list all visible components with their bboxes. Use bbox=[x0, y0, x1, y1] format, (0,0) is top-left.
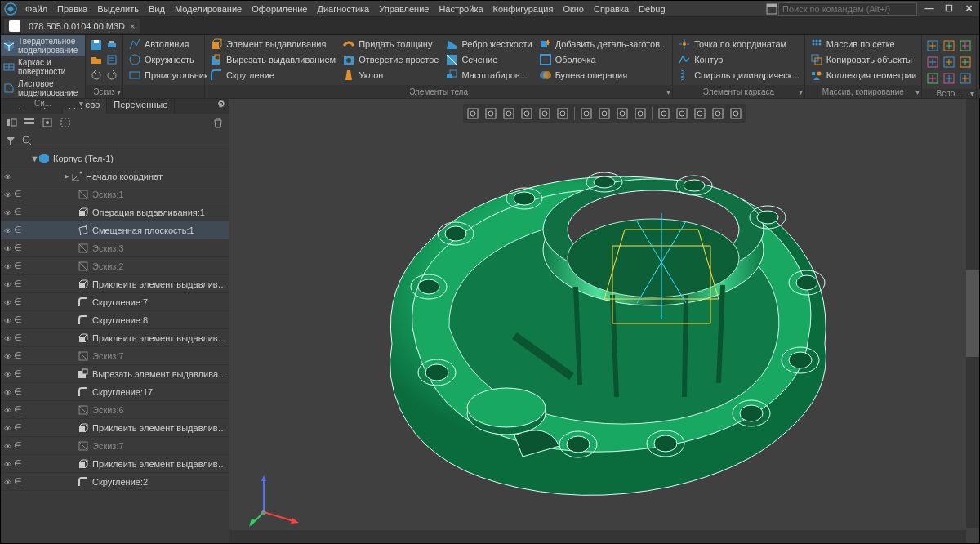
vt-shade-icon[interactable] bbox=[656, 105, 672, 122]
menu-help[interactable]: Справка bbox=[589, 2, 634, 16]
menu-select[interactable]: Выделить bbox=[92, 2, 144, 16]
search-icon[interactable] bbox=[20, 134, 33, 147]
vt-plane-icon[interactable] bbox=[555, 105, 571, 122]
tree-item[interactable]: Скругление:2 bbox=[1, 473, 229, 491]
aux4-icon[interactable] bbox=[925, 55, 940, 69]
tool-thicken[interactable]: Придать толщину bbox=[339, 37, 442, 51]
tool-add-part[interactable]: Добавить деталь-заготов... bbox=[536, 37, 671, 51]
menu-view[interactable]: Вид bbox=[144, 2, 170, 16]
tool-extrude[interactable]: Элемент выдавливания bbox=[207, 37, 339, 51]
panel-settings-icon[interactable]: ⚙ bbox=[214, 99, 229, 114]
tree-mode4-icon[interactable] bbox=[58, 115, 73, 130]
tool-draft[interactable]: Уклон bbox=[339, 68, 442, 82]
tool-autoline[interactable]: Автолиния bbox=[125, 37, 212, 51]
vt-snap-icon[interactable] bbox=[501, 105, 517, 122]
tool-rectangle[interactable]: Прямоугольник bbox=[125, 68, 212, 82]
menu-file[interactable]: Файл bbox=[20, 2, 52, 16]
tree-root[interactable]: ▼ Корпус (Тел-1) bbox=[1, 149, 229, 167]
minimize-button[interactable]: — bbox=[922, 3, 937, 14]
vt-align-icon[interactable] bbox=[519, 105, 535, 122]
tree-item[interactable]: Приклеить элемент выдавливания bbox=[1, 455, 229, 473]
menu-modeling[interactable]: Моделирование bbox=[170, 2, 247, 16]
tool-hole[interactable]: Отверстие простое bbox=[339, 52, 442, 67]
tool-boolean[interactable]: Булева операция bbox=[536, 68, 671, 82]
tree-item[interactable]: Приклеить элемент выдавливания bbox=[1, 419, 229, 437]
document-tab[interactable]: 078.505.0.0104.00.M3D × bbox=[4, 19, 140, 33]
filter-icon[interactable] bbox=[4, 134, 17, 147]
viewport-scrollbar-h[interactable] bbox=[229, 530, 966, 543]
tab-variables[interactable]: Переменные bbox=[107, 99, 175, 114]
delete-icon[interactable] bbox=[211, 115, 225, 130]
tool-cut-extrude[interactable]: Вырезать выдавливанием bbox=[207, 52, 339, 67]
vt-measure-icon[interactable] bbox=[537, 105, 553, 122]
tree-item[interactable]: Скругление:8 bbox=[1, 311, 229, 329]
menu-debug[interactable]: Debug bbox=[634, 2, 670, 16]
tree-item[interactable]: Эскиз:6 bbox=[1, 401, 229, 419]
tree-item[interactable]: Операция выдавливания:1 bbox=[1, 203, 229, 221]
mode-surface[interactable]: Каркас и поверхности bbox=[1, 56, 85, 78]
vt-wire-icon[interactable] bbox=[674, 105, 690, 122]
tree-item[interactable]: Приклеить элемент выдавливания bbox=[1, 275, 229, 293]
mode-solid[interactable]: Твердотельное моделирование bbox=[1, 35, 85, 56]
tool-copy[interactable]: Копировать объекты bbox=[807, 52, 920, 67]
tree-item[interactable]: Скругление:7 bbox=[1, 293, 229, 311]
print-icon[interactable] bbox=[105, 38, 118, 51]
aux2-icon[interactable] bbox=[942, 38, 956, 53]
close-tab-icon[interactable]: × bbox=[130, 21, 135, 31]
close-button[interactable]: ✕ bbox=[961, 3, 976, 14]
open-icon[interactable] bbox=[90, 53, 103, 66]
tool-fillet[interactable]: Скругление bbox=[207, 68, 339, 82]
viewport-3d[interactable] bbox=[229, 99, 979, 543]
aux9-icon[interactable] bbox=[958, 71, 973, 86]
tree-item[interactable]: Смещенная плоскость:1 bbox=[1, 221, 229, 239]
tool-contour[interactable]: Контур bbox=[675, 52, 803, 67]
vt-box-icon[interactable] bbox=[483, 105, 499, 122]
tree-item[interactable]: Эскиз:2 bbox=[1, 257, 229, 275]
tool-pattern[interactable]: Массив по сетке bbox=[807, 37, 920, 51]
ribbon-toggle-icon[interactable] bbox=[765, 2, 778, 16]
undo-icon[interactable] bbox=[90, 68, 103, 81]
tree-item[interactable]: Скругление:17 bbox=[1, 383, 229, 401]
vt-hidden-icon[interactable] bbox=[692, 105, 708, 122]
vt-select-icon[interactable] bbox=[465, 105, 481, 122]
tool-rib[interactable]: Ребро жесткости bbox=[442, 37, 535, 51]
menu-config[interactable]: Конфигурация bbox=[488, 2, 559, 16]
save-icon[interactable] bbox=[90, 38, 103, 51]
mode-sheetmetal[interactable]: Листовое моделирование bbox=[1, 78, 85, 99]
tree-item[interactable]: Эскиз:3 bbox=[1, 239, 229, 257]
tree-mode3-icon[interactable] bbox=[40, 115, 55, 130]
tool-helix[interactable]: Спираль цилиндрическ... bbox=[675, 68, 803, 82]
tree-item[interactable]: Эскиз:1 bbox=[1, 185, 229, 203]
properties-icon[interactable] bbox=[105, 53, 118, 66]
tool-circle[interactable]: Окружность bbox=[125, 52, 212, 67]
viewport-scrollbar-v[interactable] bbox=[966, 99, 979, 528]
aux3-icon[interactable] bbox=[958, 38, 973, 53]
aux8-icon[interactable] bbox=[942, 71, 956, 86]
menu-settings[interactable]: Настройка bbox=[434, 2, 488, 16]
tree-item[interactable]: Приклеить элемент выдавливания bbox=[1, 329, 229, 347]
tree-mode2-icon[interactable] bbox=[22, 115, 37, 130]
aux1-icon[interactable] bbox=[925, 38, 940, 53]
menu-manage[interactable]: Управление bbox=[374, 2, 434, 16]
menu-diagnostics[interactable]: Диагностика bbox=[312, 2, 374, 16]
maximize-button[interactable]: ☐ bbox=[942, 3, 956, 14]
tool-shell[interactable]: Оболочка bbox=[536, 52, 671, 67]
menu-edit[interactable]: Правка bbox=[52, 2, 92, 16]
tool-scale[interactable]: Масштабиров... bbox=[442, 68, 535, 82]
tool-point[interactable]: Точка по координатам bbox=[675, 37, 803, 51]
menu-window[interactable]: Окно bbox=[558, 2, 589, 16]
tree-mode1-icon[interactable] bbox=[4, 115, 19, 130]
tree-item[interactable]: Эскиз:7 bbox=[1, 437, 229, 455]
tool-section[interactable]: Сечение bbox=[442, 52, 535, 67]
aux6-icon[interactable] bbox=[958, 55, 973, 69]
command-search-input[interactable] bbox=[778, 2, 917, 16]
vt-pan-icon[interactable] bbox=[632, 105, 648, 122]
tree-origin[interactable]: ▸ Начало координат bbox=[1, 167, 229, 185]
vt-fit-icon[interactable] bbox=[596, 105, 612, 122]
vt-zoom-icon[interactable] bbox=[578, 105, 595, 122]
tree-item[interactable]: Вырезать элемент выдавливания: bbox=[1, 365, 229, 383]
tool-collection[interactable]: Коллекция геометрии bbox=[807, 68, 920, 82]
redo-icon[interactable] bbox=[105, 68, 118, 81]
aux5-icon[interactable] bbox=[942, 55, 956, 69]
vt-section-icon[interactable] bbox=[710, 105, 726, 122]
